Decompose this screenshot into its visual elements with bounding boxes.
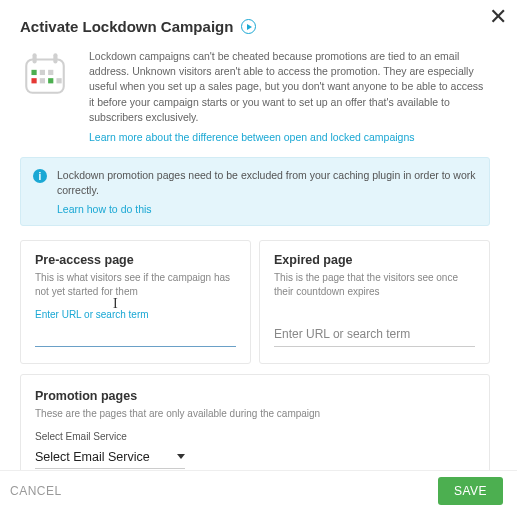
- info-link[interactable]: Learn how to do this: [57, 203, 477, 215]
- svg-rect-9: [56, 78, 61, 83]
- save-button[interactable]: SAVE: [438, 477, 503, 505]
- info-content: Lockdown promotion pages need to be excl…: [57, 168, 477, 214]
- cancel-button[interactable]: CANCEL: [10, 484, 62, 498]
- svg-rect-3: [31, 70, 36, 75]
- email-service-select[interactable]: Select Email Service: [35, 446, 185, 469]
- select-label: Select Email Service: [35, 431, 475, 442]
- preaccess-heading: Pre-access page: [35, 253, 236, 267]
- svg-rect-4: [40, 70, 45, 75]
- preaccess-card: Pre-access page This is what visitors se…: [20, 240, 251, 364]
- chevron-down-icon: [177, 454, 185, 459]
- select-value: Select Email Service: [35, 450, 150, 464]
- close-icon[interactable]: ✕: [489, 6, 507, 28]
- promotion-heading: Promotion pages: [35, 389, 475, 403]
- title-row: Activate Lockdown Campaign: [20, 18, 490, 35]
- svg-rect-1: [33, 53, 37, 63]
- intro-section: Lockdown campaigns can't be cheated beca…: [20, 49, 490, 143]
- preaccess-label: Enter URL or search term: [35, 309, 236, 320]
- play-video-icon[interactable]: [241, 19, 256, 34]
- promotion-desc: These are the pages that are only availa…: [35, 407, 475, 421]
- expired-heading: Expired page: [274, 253, 475, 267]
- promotion-card: Promotion pages These are the pages that…: [20, 374, 490, 475]
- learn-more-link[interactable]: Learn more about the difference between …: [89, 131, 490, 143]
- dialog-footer: CANCEL SAVE: [0, 470, 517, 510]
- preaccess-input[interactable]: [35, 323, 236, 347]
- dialog-body: Activate Lockdown Campaign Lockdown camp…: [0, 0, 510, 475]
- expired-desc: This is the page that the visitors see o…: [274, 271, 475, 299]
- svg-rect-7: [40, 78, 45, 83]
- intro-text: Lockdown campaigns can't be cheated beca…: [89, 49, 490, 125]
- svg-rect-8: [48, 78, 53, 83]
- info-text: Lockdown promotion pages need to be excl…: [57, 168, 477, 198]
- svg-rect-2: [53, 53, 57, 63]
- svg-rect-5: [48, 70, 53, 75]
- svg-rect-0: [26, 59, 64, 92]
- preaccess-desc: This is what visitors see if the campaig…: [35, 271, 236, 299]
- expired-card: Expired page This is the page that the v…: [259, 240, 490, 364]
- page-cards-row: Pre-access page This is what visitors se…: [20, 240, 490, 364]
- dialog-title: Activate Lockdown Campaign: [20, 18, 233, 35]
- expired-input[interactable]: [274, 323, 475, 347]
- intro-text-block: Lockdown campaigns can't be cheated beca…: [89, 49, 490, 143]
- calendar-icon: [20, 49, 75, 143]
- info-banner: i Lockdown promotion pages need to be ex…: [20, 157, 490, 225]
- svg-rect-6: [31, 78, 36, 83]
- info-icon: i: [33, 169, 47, 183]
